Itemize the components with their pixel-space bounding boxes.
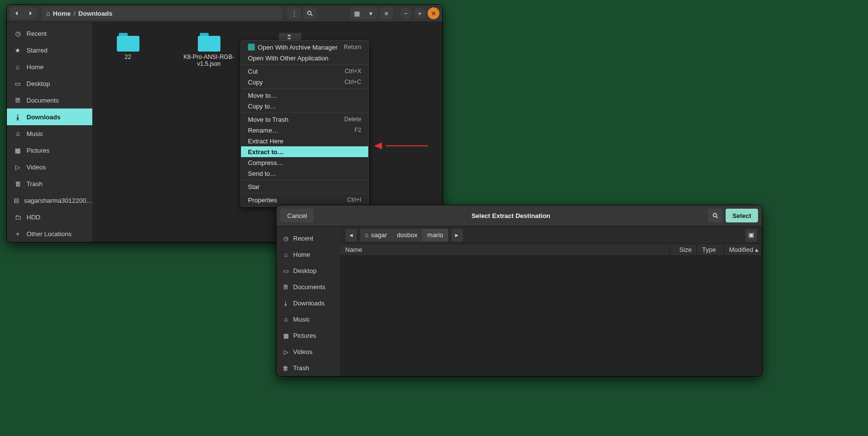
menu-separator	[241, 112, 368, 113]
dialog-sidebar-pictures[interactable]: ▦Pictures	[276, 327, 340, 344]
menu-item-star[interactable]: Star	[241, 181, 368, 192]
menu-item-label: Extract to…	[248, 148, 284, 156]
col-type[interactable]: Type	[697, 244, 724, 255]
menu-separator	[241, 88, 368, 89]
search-button-dialog[interactable]	[708, 209, 723, 222]
dialog-sidebar-label: Videos	[293, 348, 313, 355]
view-dropdown-button[interactable]: ▾	[364, 7, 378, 19]
trash-icon: 🗑	[282, 365, 289, 372]
path-bar[interactable]: ⌂ Home / Downloads	[42, 7, 282, 20]
archive-app-icon	[248, 44, 255, 51]
dialog-sidebar-documents[interactable]: 🖹Documents	[276, 279, 340, 295]
download-icon: ⭳	[282, 300, 289, 307]
breadcrumb-back-button[interactable]: ◂	[345, 229, 357, 242]
sidebar-item-videos[interactable]: ▷Videos	[7, 159, 92, 175]
sidebar-item-desktop[interactable]: ▭Desktop	[7, 75, 92, 92]
file-label: 22	[125, 54, 131, 60]
menu-item-label: Move to…	[248, 92, 277, 99]
close-button[interactable]: ✕	[428, 7, 439, 19]
dialog-sidebar-label: Recent	[293, 235, 313, 242]
view-grid-button[interactable]: ▦	[350, 7, 364, 19]
svg-point-0	[308, 11, 311, 15]
back-button[interactable]	[10, 7, 24, 19]
sidebar-item-other-locations[interactable]: +Other Locations	[7, 225, 92, 242]
dialog-sidebar-downloads[interactable]: ⭳Downloads	[276, 295, 340, 311]
menu-item-open-with-other-application[interactable]: Open With Other Application	[241, 53, 368, 63]
dialog-sidebar-music[interactable]: ♫Music	[276, 311, 340, 327]
select-button[interactable]: Select	[726, 209, 758, 222]
sidebar-item-home[interactable]: ⌂Home	[7, 58, 92, 75]
file-item-22[interactable]: 22	[102, 33, 154, 60]
sidebar-item-recent[interactable]: ◷Recent	[7, 25, 92, 42]
sidebar-item-label: Home	[27, 63, 44, 71]
col-size[interactable]: Size	[670, 244, 697, 255]
menu-button[interactable]: ⋮	[287, 7, 301, 19]
breadcrumb-label: dosbox	[397, 231, 417, 239]
svg-point-1	[713, 214, 716, 217]
picture-icon: ▦	[14, 147, 22, 154]
sidebar-item-documents[interactable]: 🖹Documents	[7, 92, 92, 109]
sidebar-item-label: Desktop	[27, 80, 50, 87]
breadcrumb-mario[interactable]: mario	[422, 229, 448, 242]
minimize-button[interactable]: −	[400, 7, 412, 19]
home-icon: ⌂	[365, 231, 369, 239]
sidebar-item-sagarsharma-[interactable]: ⊟sagarsharma3012200…	[7, 192, 92, 209]
clock-icon: ◷	[14, 30, 22, 37]
music-icon: ♫	[282, 316, 289, 323]
sidebar-item-label: Videos	[27, 164, 46, 171]
dialog-sidebar-desktop[interactable]: ▭Desktop	[276, 263, 340, 279]
dialog-sidebar-recent[interactable]: ◷Recent	[276, 230, 340, 246]
menu-item-extract-to-[interactable]: Extract to…	[241, 146, 368, 157]
sidebar-item-hdd[interactable]: 🗀HDD	[7, 209, 92, 225]
menu-item-label: Compress…	[248, 159, 283, 166]
search-button[interactable]	[303, 7, 317, 19]
doc-icon: 🖹	[14, 97, 22, 104]
sidebar-item-label: Music	[27, 130, 43, 137]
breadcrumb-bar: ◂ ⌂sagardosboxmario ▸ ▣	[340, 226, 762, 244]
video-icon: ▷	[282, 349, 289, 355]
col-modified[interactable]: Modified▴	[724, 244, 762, 255]
sidebar-item-downloads[interactable]: ⭳Downloads	[7, 109, 92, 125]
menu-separator	[241, 180, 368, 180]
desktop-icon: ▭	[282, 268, 289, 274]
menu-item-rename-[interactable]: Rename…F2	[241, 125, 368, 136]
hamburger-button[interactable]: ≡	[380, 7, 393, 19]
menu-item-label: Send to…	[248, 170, 276, 177]
video-icon: ▷	[14, 164, 22, 171]
menu-item-move-to-[interactable]: Move to…	[241, 90, 368, 101]
col-name[interactable]: Name	[340, 244, 670, 255]
menu-item-copy-to-[interactable]: Copy to…	[241, 101, 368, 111]
sidebar-item-starred[interactable]: ★Starred	[7, 42, 92, 58]
menu-item-send-to-[interactable]: Send to…	[241, 168, 368, 179]
sidebar-item-music[interactable]: ♫Music	[7, 125, 92, 142]
file-list-empty[interactable]	[340, 256, 762, 376]
menu-item-open-with-archive-manager[interactable]: Open With Archive ManagerReturn	[241, 42, 368, 53]
sidebar-item-label: Other Locations	[27, 230, 72, 238]
file-item-k8-pro-ansi-rgb-v1-5-json[interactable]: K8-Pro-ANSI-RGB-v1.5.json	[183, 33, 235, 67]
breadcrumb-dosbox[interactable]: dosbox	[392, 229, 422, 242]
menu-item-move-to-trash[interactable]: Move to TrashDelete	[241, 114, 368, 125]
dialog-sidebar-videos[interactable]: ▷Videos	[276, 344, 340, 360]
breadcrumb-forward-button[interactable]: ▸	[451, 229, 463, 242]
maximize-button[interactable]: +	[414, 7, 426, 19]
new-folder-button[interactable]: ▣	[745, 229, 757, 242]
dialog-sidebar-label: Desktop	[293, 267, 317, 274]
sidebar-item-trash[interactable]: 🗑Trash	[7, 175, 92, 192]
menu-item-extract-here[interactable]: Extract Here	[241, 136, 368, 146]
breadcrumb-sagar[interactable]: ⌂sagar	[360, 229, 392, 242]
menu-item-cut[interactable]: CutCtrl+X	[241, 66, 368, 77]
dialog-sidebar-home[interactable]: ⌂Home	[276, 246, 340, 263]
forward-button[interactable]	[24, 7, 37, 19]
menu-item-properties[interactable]: PropertiesCtrl+I	[241, 194, 368, 205]
picture-icon: ▦	[282, 332, 289, 339]
menu-shortcut: Ctrl+C	[345, 79, 361, 85]
menu-item-copy[interactable]: CopyCtrl+C	[241, 77, 368, 87]
cancel-button[interactable]: Cancel	[280, 209, 314, 222]
menu-item-compress-[interactable]: Compress…	[241, 157, 368, 168]
sidebar-item-pictures[interactable]: ▦Pictures	[7, 142, 92, 159]
menu-item-label: Star	[248, 183, 260, 191]
sidebar-item-label: Starred	[27, 47, 48, 54]
dialog-sidebar-trash[interactable]: 🗑Trash	[276, 360, 340, 376]
home-icon: ⌂	[46, 10, 50, 17]
win1-sidebar: ◷Recent★Starred⌂Home▭Desktop🖹Documents⭳D…	[7, 22, 92, 242]
